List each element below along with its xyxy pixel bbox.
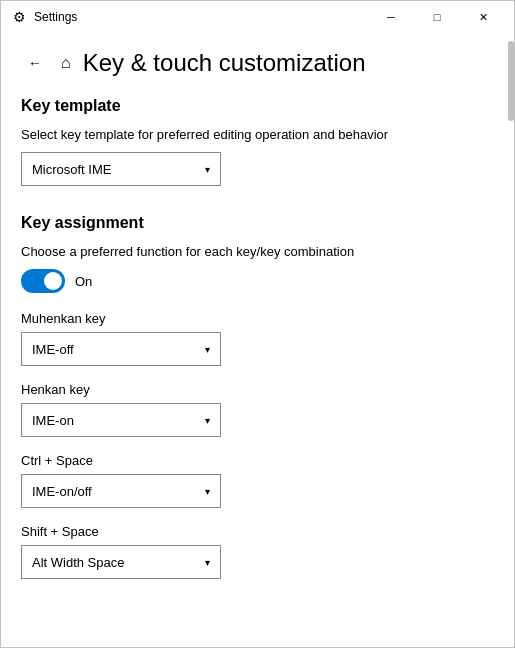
app-icon: ⚙ bbox=[13, 9, 26, 25]
key-template-heading: Key template bbox=[21, 97, 494, 115]
home-icon: ⌂ bbox=[61, 54, 71, 72]
ctrl-space-label: Ctrl + Space bbox=[21, 453, 494, 468]
key-assignment-section: Key assignment Choose a preferred functi… bbox=[21, 214, 494, 579]
main-content: ← ⌂ Key & touch customization Key templa… bbox=[1, 33, 514, 647]
minimize-button[interactable]: ─ bbox=[368, 1, 414, 33]
muhenkan-dropdown[interactable]: IME-off ▾ bbox=[21, 332, 221, 366]
muhenkan-value: IME-off bbox=[32, 342, 74, 357]
muhenkan-field: Muhenkan key IME-off ▾ bbox=[21, 311, 494, 366]
toggle-state-label: On bbox=[75, 274, 92, 289]
titlebar-left: ⚙ Settings bbox=[13, 9, 77, 25]
back-button[interactable]: ← bbox=[21, 49, 49, 77]
toggle-knob bbox=[44, 272, 62, 290]
ctrl-space-value: IME-on/off bbox=[32, 484, 92, 499]
titlebar-title: Settings bbox=[34, 10, 77, 24]
maximize-button[interactable]: □ bbox=[414, 1, 460, 33]
close-button[interactable]: ✕ bbox=[460, 1, 506, 33]
ctrl-space-arrow: ▾ bbox=[205, 486, 210, 497]
henkan-field: Henkan key IME-on ▾ bbox=[21, 382, 494, 437]
shift-space-label: Shift + Space bbox=[21, 524, 494, 539]
shift-space-arrow: ▾ bbox=[205, 557, 210, 568]
henkan-arrow: ▾ bbox=[205, 415, 210, 426]
shift-space-dropdown[interactable]: Alt Width Space ▾ bbox=[21, 545, 221, 579]
muhenkan-arrow: ▾ bbox=[205, 344, 210, 355]
scrollbar-track[interactable] bbox=[508, 1, 514, 647]
titlebar: ⚙ Settings ─ □ ✕ bbox=[1, 1, 514, 33]
ctrl-space-dropdown[interactable]: IME-on/off ▾ bbox=[21, 474, 221, 508]
page-title: Key & touch customization bbox=[83, 49, 366, 77]
shift-space-field: Shift + Space Alt Width Space ▾ bbox=[21, 524, 494, 579]
scrollbar-thumb bbox=[508, 41, 514, 121]
henkan-value: IME-on bbox=[32, 413, 74, 428]
key-template-value: Microsoft IME bbox=[32, 162, 111, 177]
settings-window: ⚙ Settings ─ □ ✕ ← ⌂ Key & touch customi… bbox=[0, 0, 515, 648]
key-template-dropdown[interactable]: Microsoft IME ▾ bbox=[21, 152, 221, 186]
henkan-label: Henkan key bbox=[21, 382, 494, 397]
key-assignment-heading: Key assignment bbox=[21, 214, 494, 232]
titlebar-controls: ─ □ ✕ bbox=[368, 1, 506, 33]
back-icon: ← bbox=[28, 55, 42, 71]
page-header: ← ⌂ Key & touch customization bbox=[21, 33, 494, 97]
shift-space-value: Alt Width Space bbox=[32, 555, 125, 570]
toggle-row: On bbox=[21, 269, 494, 293]
henkan-dropdown[interactable]: IME-on ▾ bbox=[21, 403, 221, 437]
ctrl-space-field: Ctrl + Space IME-on/off ▾ bbox=[21, 453, 494, 508]
key-template-arrow: ▾ bbox=[205, 164, 210, 175]
key-template-label: Select key template for preferred editin… bbox=[21, 127, 494, 142]
muhenkan-label: Muhenkan key bbox=[21, 311, 494, 326]
toggle-switch[interactable] bbox=[21, 269, 65, 293]
key-assignment-label: Choose a preferred function for each key… bbox=[21, 244, 494, 259]
key-template-section: Key template Select key template for pre… bbox=[21, 97, 494, 186]
